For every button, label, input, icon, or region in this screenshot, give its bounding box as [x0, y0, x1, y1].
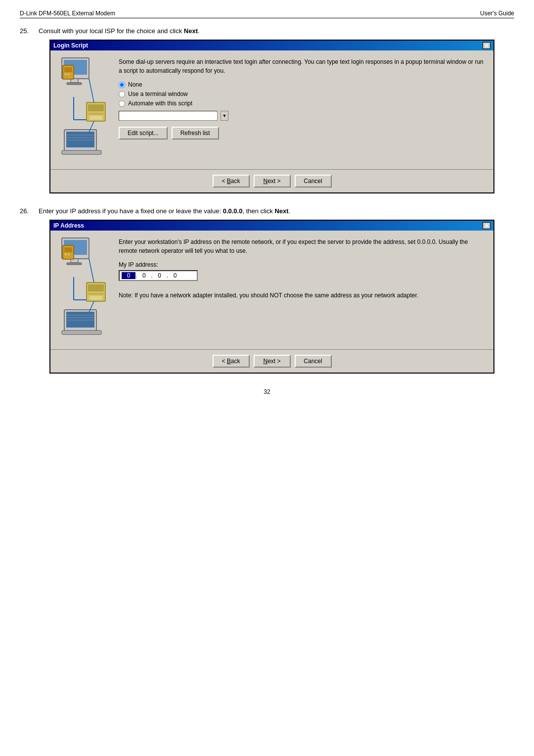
ip-address-dialog: IP Address ✕	[49, 220, 494, 374]
step-25-text: Consult with your local ISP for the choi…	[39, 27, 200, 35]
svg-line-42	[89, 259, 94, 283]
svg-rect-15	[67, 140, 94, 141]
page-header: D-Link DFM-560EL External Modem User's G…	[20, 10, 514, 18]
svg-rect-37	[67, 320, 94, 321]
radio-none-option: None	[119, 81, 487, 88]
script-button-row: Edit script... Refresh list	[119, 127, 487, 140]
svg-point-6	[65, 73, 67, 75]
login-script-close-button[interactable]: ✕	[483, 42, 490, 49]
radio-terminal-input[interactable]	[119, 91, 125, 97]
ip-octet-1[interactable]	[122, 272, 135, 279]
ip-address-label: My IP address:	[119, 261, 487, 268]
network-illustration	[57, 55, 109, 164]
svg-point-7	[68, 73, 70, 75]
svg-point-29	[68, 253, 70, 255]
radio-automate-input[interactable]	[119, 100, 125, 107]
radio-none-label: None	[128, 81, 142, 88]
close-icon: ✕	[485, 223, 489, 229]
login-script-image	[55, 55, 110, 164]
ip-address-close-button[interactable]: ✕	[483, 222, 490, 229]
radio-automate-label: Automate with this script	[128, 100, 192, 107]
refresh-list-button[interactable]: Refresh list	[172, 127, 219, 140]
step-26-block: 26. Enter your IP address if you have a …	[20, 207, 514, 374]
login-script-body: Some dial-up servers require an interact…	[50, 50, 493, 169]
ip-address-content: Enter your workstation's IP address on t…	[115, 236, 489, 344]
svg-rect-18	[88, 113, 104, 115]
svg-rect-14	[67, 137, 94, 138]
login-script-content: Some dial-up servers require an interact…	[115, 55, 489, 164]
script-dropdown[interactable]: (none)	[119, 111, 218, 121]
login-script-back-button[interactable]: < Back	[213, 175, 250, 188]
login-script-cancel-button[interactable]: Cancel	[295, 175, 332, 188]
login-script-next-button[interactable]: Next >	[254, 175, 291, 188]
svg-rect-27	[64, 247, 72, 252]
radio-automate-option: Automate with this script	[119, 100, 487, 107]
page-footer: 32	[20, 388, 514, 395]
radio-terminal-label: Use a terminal window	[128, 91, 188, 97]
step-25-block: 25. Consult with your local ISP for the …	[20, 27, 514, 193]
svg-point-28	[65, 253, 67, 255]
step-26-intro: 26. Enter your IP address if you have a …	[20, 207, 514, 215]
ip-address-cancel-button[interactable]: Cancel	[295, 355, 332, 368]
login-script-radio-group: None Use a terminal window Automate with…	[119, 81, 487, 107]
network-illustration-2	[57, 236, 109, 344]
ip-octet-3[interactable]	[153, 272, 167, 279]
svg-rect-36	[67, 317, 94, 318]
login-script-titlebar: Login Script ✕	[50, 41, 493, 50]
ip-address-note: Note: If you have a network adapter inst…	[119, 291, 487, 300]
ip-address-title: IP Address	[53, 222, 84, 229]
svg-rect-25	[67, 263, 82, 265]
ip-address-footer: < Back Next > Cancel	[50, 349, 493, 373]
svg-rect-40	[88, 293, 104, 295]
step-26-text: Enter your IP address if you have a fixe…	[39, 207, 290, 215]
step-25-number: 25.	[20, 27, 35, 35]
script-dropdown-row: (none) ▼	[119, 111, 487, 121]
svg-rect-19	[89, 116, 102, 120]
svg-rect-3	[67, 83, 82, 85]
ip-address-back-button[interactable]: < Back	[213, 355, 250, 368]
ip-address-next-button[interactable]: Next >	[254, 355, 291, 368]
page-number: 32	[264, 388, 270, 395]
close-icon: ✕	[485, 43, 489, 48]
edit-script-button[interactable]: Edit script...	[119, 127, 168, 140]
ip-address-description: Enter your workstation's IP address on t…	[119, 237, 487, 255]
ip-address-titlebar: IP Address ✕	[50, 221, 493, 231]
svg-rect-34	[62, 331, 101, 334]
login-script-dialog: Login Script ✕	[49, 40, 494, 193]
svg-line-20	[89, 79, 94, 102]
login-script-description: Some dial-up servers require an interact…	[119, 57, 487, 75]
ip-input-row: . . .	[119, 270, 198, 281]
svg-rect-17	[88, 104, 104, 111]
step-26-number: 26.	[20, 207, 35, 215]
ip-address-image	[55, 236, 110, 344]
svg-rect-39	[88, 284, 104, 291]
radio-terminal-option: Use a terminal window	[119, 91, 487, 97]
svg-rect-35	[67, 315, 94, 316]
svg-rect-41	[89, 296, 102, 300]
svg-rect-12	[62, 150, 101, 154]
ip-octet-2[interactable]	[137, 272, 151, 279]
radio-none-input[interactable]	[119, 82, 125, 88]
header-right: User's Guide	[480, 10, 514, 17]
step-25-intro: 25. Consult with your local ISP for the …	[20, 27, 514, 35]
svg-rect-13	[67, 135, 94, 136]
ip-address-body: Enter your workstation's IP address on t…	[50, 231, 493, 349]
login-script-footer: < Back Next > Cancel	[50, 169, 493, 192]
login-script-title: Login Script	[53, 42, 88, 49]
ip-octet-4[interactable]	[168, 272, 182, 279]
dropdown-arrow-icon[interactable]: ▼	[221, 111, 228, 121]
svg-rect-5	[64, 67, 72, 72]
header-left: D-Link DFM-560EL External Modem	[20, 10, 115, 17]
